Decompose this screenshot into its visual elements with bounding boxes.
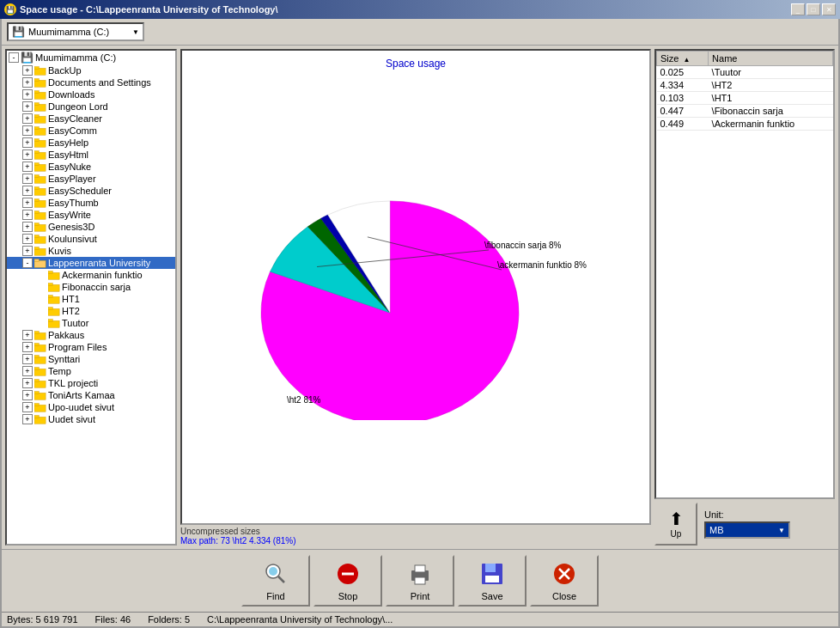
svg-rect-21 (34, 187, 39, 190)
svg-rect-43 (48, 320, 52, 322)
tree-label: Koulunsivut (48, 234, 97, 244)
status-folders: Folders: 5 (148, 614, 190, 625)
tree-item-genesis3d[interactable]: + Genesis3D (7, 221, 175, 233)
tree-expand-icon[interactable]: + (22, 234, 33, 244)
pie-chart: \fibonaccin sarja 8%\ackermanin funktio … (218, 171, 613, 420)
folder-icon (34, 258, 46, 268)
tree-expand-icon[interactable]: + (22, 174, 33, 184)
svg-rect-46 (34, 344, 46, 351)
table-row[interactable]: 0.103\HT1 (657, 92, 833, 105)
tree-item-pakkaus[interactable]: + Pakkaus (7, 329, 175, 341)
tree-item-dungeon[interactable]: + Dungeon Lord (7, 101, 175, 113)
tree-item-easyhelp[interactable]: + EasyHelp (7, 137, 175, 149)
tree-item-tuutor[interactable]: Tuutor (7, 317, 175, 329)
close-button[interactable]: ✕ (822, 3, 836, 15)
tree-expand-icon[interactable]: + (22, 246, 33, 256)
tree-expand-icon[interactable]: + (22, 77, 33, 88)
tree-item-easywrite[interactable]: + EasyWrite (7, 209, 175, 221)
svg-rect-44 (34, 332, 46, 339)
tree-item-easynuke[interactable]: + EasyNuke (7, 161, 175, 173)
tree-item-ht2[interactable]: HT2 (7, 305, 175, 317)
tree-expand-icon[interactable]: - (22, 258, 33, 268)
tree-expand-icon[interactable]: + (22, 186, 33, 196)
tree-expand-icon[interactable]: + (22, 113, 33, 124)
tree-expand-icon[interactable]: + (22, 125, 33, 136)
tree-item-easyplayer[interactable]: + EasyPlayer (7, 173, 175, 185)
tree-label: Pakkaus (48, 330, 84, 340)
tree-expand-icon[interactable]: + (22, 210, 33, 220)
tree-expand-icon[interactable]: + (22, 414, 33, 424)
drive-icon: 💾 (12, 26, 25, 38)
tree-item-koulunsivut[interactable]: + Koulunsivut (7, 233, 175, 245)
tree-item-uudet[interactable]: + Uudet sivut (7, 413, 175, 425)
tree-expand-icon[interactable]: + (22, 402, 33, 412)
up-button[interactable]: ⬆ Up (654, 503, 697, 546)
table-row[interactable]: 0.449\Ackermanin funktio (657, 118, 833, 131)
tree-expand-icon[interactable]: + (22, 390, 33, 400)
drive-select[interactable]: 💾 Muumimamma (C:) ▼ (7, 22, 144, 41)
size-column-header[interactable]: Size ▲ (657, 52, 709, 66)
tree-item-toniarts[interactable]: + ToniArts Kamaa (7, 389, 175, 401)
table-row[interactable]: 0.447\Fibonaccin sarja (657, 105, 833, 118)
unit-select[interactable]: MB ▼ (704, 521, 790, 539)
table-row[interactable]: 4.334\HT2 (657, 79, 833, 92)
tree-item-easycomm[interactable]: + EasyComm (7, 125, 175, 137)
maximize-button[interactable]: □ (807, 3, 820, 15)
ht2-label: \ht2 81% (287, 395, 321, 405)
tree-label: Tuutor (62, 318, 88, 328)
svg-rect-0 (34, 68, 46, 75)
up-button-label: Up (671, 529, 682, 539)
find-button[interactable]: Find (241, 555, 310, 607)
tree-item-ackermanin[interactable]: Ackermanin funktio (7, 269, 175, 281)
max-path-link[interactable]: \ht2 4.334 (81%) (233, 536, 296, 546)
tree-item-kuvis[interactable]: + Kuvis (7, 245, 175, 257)
name-column-header[interactable]: Name (709, 52, 833, 66)
tree-expand-icon[interactable]: + (22, 366, 33, 376)
tree-item-temp[interactable]: + Temp (7, 365, 175, 377)
tree-item-easythumb[interactable]: + EasyThumb (7, 197, 175, 209)
minimize-button[interactable]: _ (791, 3, 805, 15)
tree-expand-icon[interactable]: + (22, 101, 33, 112)
tree-expand-icon[interactable]: + (22, 354, 33, 364)
tree-item-easyschedule[interactable]: + EasyScheduler (7, 185, 175, 197)
tree-label: EasyHtml (48, 149, 88, 160)
tree-expand-icon[interactable]: - (9, 52, 19, 63)
close-button[interactable]: Close (530, 555, 599, 607)
tree-expand-icon[interactable]: + (22, 222, 33, 232)
tree-expand-icon[interactable]: + (22, 137, 33, 148)
save-button[interactable]: Save (458, 555, 527, 607)
svg-rect-59 (34, 416, 39, 418)
tree-expand-icon[interactable]: + (22, 65, 33, 76)
tree-item-lappeenranta[interactable]: - Lappeenranta University (7, 257, 175, 269)
tree-expand-icon[interactable]: + (22, 89, 33, 100)
tree-item-upo[interactable]: + Upo-uudet sivut (7, 401, 175, 413)
tree-expand-icon[interactable]: + (22, 149, 33, 160)
status-files: Files: 46 (95, 614, 131, 625)
tree-label: EasyThumb (48, 198, 99, 208)
tree-item-documents[interactable]: + Documents and Settings (7, 76, 175, 88)
svg-rect-22 (34, 200, 46, 207)
tree-expand-icon[interactable]: + (22, 342, 33, 352)
tree-item-fibonaccin[interactable]: Fibonaccin sarja (7, 281, 175, 293)
stop-button[interactable]: Stop (313, 555, 382, 607)
tree-item-downloads[interactable]: + Downloads (7, 88, 175, 101)
tree-expand-icon[interactable]: + (22, 378, 33, 388)
tree-expand-icon[interactable]: + (22, 330, 33, 340)
tree-expand-icon[interactable]: + (22, 162, 33, 172)
svg-rect-29 (34, 235, 39, 238)
tree-item-synttari[interactable]: + Synttari (7, 353, 175, 365)
svg-rect-1 (34, 67, 39, 70)
tree-item-easycleaner[interactable]: + EasyCleaner (7, 113, 175, 125)
tree-expand-icon[interactable]: + (22, 198, 33, 208)
tree-item-program[interactable]: + Program Files (7, 341, 175, 353)
tree-panel[interactable]: -💾Muumimamma (C:)+ BackUp+ Documents and… (5, 49, 177, 546)
print-button[interactable]: Print (386, 555, 454, 607)
tree-item-ht1[interactable]: HT1 (7, 293, 175, 305)
sort-icon: ▲ (683, 56, 690, 64)
tree-item-easyhtml[interactable]: + EasyHtml (7, 149, 175, 161)
table-row[interactable]: 0.025\Tuutor (657, 66, 833, 79)
tree-item-muumimamma[interactable]: -💾Muumimamma (C:) (7, 51, 175, 64)
svg-rect-11 (34, 127, 39, 130)
tree-item-tklprojecti[interactable]: + TKL projecti (7, 377, 175, 389)
tree-item-backup[interactable]: + BackUp (7, 64, 175, 76)
